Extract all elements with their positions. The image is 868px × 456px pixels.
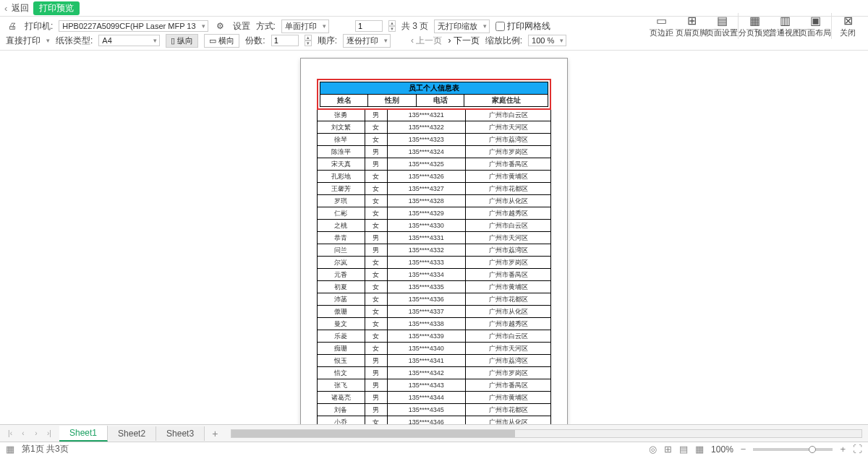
page-layout-button[interactable]: ▣页面布局	[801, 12, 830, 40]
tab-nav: |‹ ‹ › ›|	[0, 428, 59, 439]
right-actions: ▭页边距 ⊞页眉页脚 ▤页面设置 ▦分页预览 ▥普通视图 ▣页面布局 ⊠关闭	[647, 12, 862, 40]
preview-canvas: 员工个人信息表 姓名性别电话家庭住址 张勇男135****4321广州市白云区刘…	[0, 51, 868, 441]
tab-next-icon[interactable]: ›	[30, 428, 42, 439]
column-header: 姓名	[320, 95, 368, 107]
horizontal-scrollbar[interactable]	[231, 429, 862, 438]
landscape-button[interactable]: ▭横向	[204, 34, 239, 48]
table-row: 宋天真男135****4325广州市番禺区	[318, 158, 551, 171]
zoom-slider[interactable]	[753, 448, 833, 451]
table-row: 初夏女135****4335广州市黄埔区	[318, 281, 551, 293]
table-row: 乐菱女135****4339广州市白云区	[318, 330, 551, 343]
employee-table-body: 张勇男135****4321广州市白云区刘文繁女135****4322广州市天河…	[317, 108, 551, 441]
gear-icon[interactable]: ⚙	[214, 20, 227, 33]
table-row: 痴珊女135****4340广州市天河区	[318, 343, 551, 355]
scale-label: 缩放比例:	[485, 35, 522, 47]
printer-select[interactable]: HPB0227A5099CF(HP Laser MFP 13	[59, 20, 208, 32]
margins-button[interactable]: ▭页边距	[647, 12, 676, 40]
printer-icon[interactable]: 🖨	[6, 20, 19, 33]
portrait-button[interactable]: ▯纵向	[166, 34, 198, 48]
page-total: 共 3 页	[401, 20, 428, 33]
column-header: 性别	[368, 95, 416, 107]
back-button[interactable]: 返回	[12, 2, 29, 14]
next-page-button[interactable]: › 下一页	[448, 35, 479, 47]
table-row: 问兰男135****4332广州市荔湾区	[318, 244, 551, 257]
fullscreen-icon[interactable]: ⛶	[853, 444, 862, 455]
table-row: 诸葛亮男135****4344广州市黄埔区	[318, 392, 551, 404]
prev-page-button[interactable]: ‹ 上一页	[411, 35, 442, 47]
employee-table-header: 员工个人信息表 姓名性别电话家庭住址	[320, 82, 548, 107]
table-row: 刘备男135****4345广州市花都区	[318, 404, 551, 416]
table-row: 陈淮平男135****4324广州市罗岗区	[318, 146, 551, 158]
tab-first-icon[interactable]: |‹	[4, 428, 16, 439]
table-row: 惜文男135****4342广州市罗岗区	[318, 367, 551, 379]
table-title: 员工个人信息表	[320, 82, 548, 95]
copies-label: 份数:	[245, 35, 265, 47]
table-row: 沛菡女135****4336广州市花都区	[318, 293, 551, 306]
zoom-value: 100%	[711, 444, 733, 455]
view2-icon[interactable]: ▤	[679, 444, 688, 455]
preview-badge: 打印预览	[33, 1, 80, 15]
eye-icon[interactable]: ◎	[649, 444, 657, 455]
table-row: 元香女135****4334广州市番禺区	[318, 269, 551, 281]
paper-select[interactable]: A4	[98, 35, 160, 46]
gridlines-checkbox[interactable]: 打印网格线	[495, 20, 550, 33]
page-info: 第1页 共3页	[22, 443, 69, 455]
scale-mode-select[interactable]: 无打印缩放	[434, 20, 490, 33]
printer-label: 打印机:	[25, 20, 53, 33]
copies-input[interactable]	[271, 35, 299, 46]
zoom-in-icon[interactable]: +	[840, 444, 846, 455]
table-icon[interactable]: ▦	[6, 444, 14, 455]
status-bar: ▦ 第1页 共3页 ◎ ⊞ ▤ ▦ 100% − + ⛶	[0, 442, 868, 456]
table-row: 张飞男135****4343广州市番禺区	[318, 379, 551, 392]
column-header: 电话	[416, 95, 464, 107]
page-spinner[interactable]: ▲▼	[388, 20, 396, 32]
normal-view-button[interactable]: ▥普通视图	[770, 12, 799, 40]
tab-prev-icon[interactable]: ‹	[17, 428, 29, 439]
table-row: 王馨芳女135****4327广州市花都区	[318, 183, 551, 195]
table-row: 孔彩地女135****4326广州市黄埔区	[318, 171, 551, 183]
sheet-tab-1[interactable]: Sheet1	[59, 426, 108, 442]
table-row: 张勇男135****4321广州市白云区	[318, 109, 551, 121]
sheet-tab-2[interactable]: Sheet2	[108, 426, 156, 441]
table-row: 仁彬女135****4329广州市越秀区	[318, 207, 551, 220]
table-row: 尔岚女135****4333广州市罗岗区	[318, 257, 551, 269]
page-input[interactable]	[355, 20, 383, 32]
highlight-box: 员工个人信息表 姓名性别电话家庭住址	[317, 79, 551, 110]
column-header: 家庭住址	[464, 95, 548, 107]
table-row: 恨玉男135****4341广州市荔湾区	[318, 355, 551, 367]
add-sheet-button[interactable]: +	[205, 426, 225, 442]
table-row: 傲珊女135****4337广州市从化区	[318, 306, 551, 318]
zoom-out-icon[interactable]: −	[741, 444, 746, 455]
table-row: 刘文繁女135****4322广州市天河区	[318, 121, 551, 134]
scale-select[interactable]: 100 %	[528, 35, 566, 46]
sheet-tab-3[interactable]: Sheet3	[156, 426, 205, 441]
paper-label: 纸张类型:	[56, 35, 93, 47]
table-row: 曼文女135****4338广州市越秀区	[318, 318, 551, 330]
page-break-button[interactable]: ▦分页预览	[740, 12, 769, 40]
copies-spinner[interactable]: ▲▼	[305, 35, 312, 46]
table-row: 恭青男135****4331广州市天河区	[318, 232, 551, 244]
sheet-tab-bar: |‹ ‹ › ›| Sheet1 Sheet2 Sheet3 +	[0, 424, 868, 442]
page-preview: 员工个人信息表 姓名性别电话家庭住址 张勇男135****4321广州市白云区刘…	[300, 58, 568, 441]
table-row: 之桃女135****4330广州市白云区	[318, 220, 551, 232]
tab-last-icon[interactable]: ›|	[43, 428, 55, 439]
toolbar: 🖨 打印机: HPB0227A5099CF(HP Laser MFP 13 ⚙ …	[0, 16, 868, 51]
direct-print-button[interactable]: 直接打印	[6, 35, 41, 47]
order-select[interactable]: 逐份打印	[343, 34, 391, 48]
close-button[interactable]: ⊠关闭	[833, 12, 862, 40]
view1-icon[interactable]: ⊞	[664, 444, 672, 455]
settings-button[interactable]: 设置	[233, 20, 250, 33]
table-row: 罗琪女135****4328广州市从化区	[318, 195, 551, 207]
mode-select[interactable]: 单面打印	[281, 20, 329, 33]
back-chevron-icon[interactable]: ‹	[4, 3, 7, 14]
table-row: 徐琴女135****4323广州市荔湾区	[318, 134, 551, 146]
headerfooter-button[interactable]: ⊞页眉页脚	[677, 12, 706, 40]
view3-icon[interactable]: ▦	[695, 444, 704, 455]
mode-label: 方式:	[256, 20, 276, 33]
order-label: 顺序:	[318, 35, 337, 47]
page-setup-button[interactable]: ▤页面设置	[707, 12, 736, 40]
